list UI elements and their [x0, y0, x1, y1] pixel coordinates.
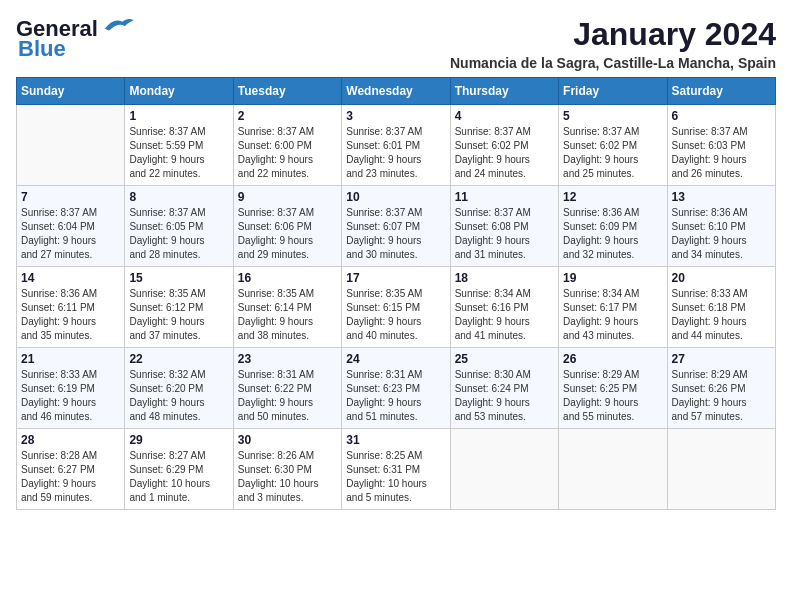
calendar-cell: 30Sunrise: 8:26 AM Sunset: 6:30 PM Dayli…	[233, 429, 341, 510]
calendar-cell: 31Sunrise: 8:25 AM Sunset: 6:31 PM Dayli…	[342, 429, 450, 510]
day-number: 23	[238, 352, 337, 366]
day-info: Sunrise: 8:37 AM Sunset: 6:02 PM Dayligh…	[563, 125, 662, 181]
day-number: 12	[563, 190, 662, 204]
weekday-header-friday: Friday	[559, 78, 667, 105]
day-number: 11	[455, 190, 554, 204]
day-number: 25	[455, 352, 554, 366]
day-info: Sunrise: 8:35 AM Sunset: 6:14 PM Dayligh…	[238, 287, 337, 343]
day-info: Sunrise: 8:29 AM Sunset: 6:25 PM Dayligh…	[563, 368, 662, 424]
day-number: 22	[129, 352, 228, 366]
calendar-cell: 9Sunrise: 8:37 AM Sunset: 6:06 PM Daylig…	[233, 186, 341, 267]
day-number: 16	[238, 271, 337, 285]
calendar-cell: 18Sunrise: 8:34 AM Sunset: 6:16 PM Dayli…	[450, 267, 558, 348]
calendar-cell: 16Sunrise: 8:35 AM Sunset: 6:14 PM Dayli…	[233, 267, 341, 348]
calendar-cell: 11Sunrise: 8:37 AM Sunset: 6:08 PM Dayli…	[450, 186, 558, 267]
weekday-header-saturday: Saturday	[667, 78, 775, 105]
calendar-cell	[559, 429, 667, 510]
calendar-cell: 25Sunrise: 8:30 AM Sunset: 6:24 PM Dayli…	[450, 348, 558, 429]
day-number: 3	[346, 109, 445, 123]
day-number: 30	[238, 433, 337, 447]
main-title: January 2024	[450, 16, 776, 53]
day-info: Sunrise: 8:34 AM Sunset: 6:17 PM Dayligh…	[563, 287, 662, 343]
calendar-cell: 13Sunrise: 8:36 AM Sunset: 6:10 PM Dayli…	[667, 186, 775, 267]
day-info: Sunrise: 8:27 AM Sunset: 6:29 PM Dayligh…	[129, 449, 228, 505]
day-number: 2	[238, 109, 337, 123]
day-info: Sunrise: 8:30 AM Sunset: 6:24 PM Dayligh…	[455, 368, 554, 424]
calendar-cell	[667, 429, 775, 510]
day-info: Sunrise: 8:37 AM Sunset: 6:02 PM Dayligh…	[455, 125, 554, 181]
calendar-cell: 3Sunrise: 8:37 AM Sunset: 6:01 PM Daylig…	[342, 105, 450, 186]
day-number: 20	[672, 271, 771, 285]
calendar-cell: 4Sunrise: 8:37 AM Sunset: 6:02 PM Daylig…	[450, 105, 558, 186]
day-number: 24	[346, 352, 445, 366]
day-info: Sunrise: 8:32 AM Sunset: 6:20 PM Dayligh…	[129, 368, 228, 424]
day-number: 21	[21, 352, 120, 366]
day-number: 5	[563, 109, 662, 123]
day-number: 4	[455, 109, 554, 123]
day-info: Sunrise: 8:37 AM Sunset: 6:05 PM Dayligh…	[129, 206, 228, 262]
day-info: Sunrise: 8:37 AM Sunset: 6:08 PM Dayligh…	[455, 206, 554, 262]
day-number: 26	[563, 352, 662, 366]
day-info: Sunrise: 8:28 AM Sunset: 6:27 PM Dayligh…	[21, 449, 120, 505]
day-number: 31	[346, 433, 445, 447]
day-info: Sunrise: 8:37 AM Sunset: 6:01 PM Dayligh…	[346, 125, 445, 181]
weekday-header-tuesday: Tuesday	[233, 78, 341, 105]
day-info: Sunrise: 8:33 AM Sunset: 6:19 PM Dayligh…	[21, 368, 120, 424]
day-number: 29	[129, 433, 228, 447]
day-number: 18	[455, 271, 554, 285]
calendar-cell: 19Sunrise: 8:34 AM Sunset: 6:17 PM Dayli…	[559, 267, 667, 348]
weekday-header-thursday: Thursday	[450, 78, 558, 105]
calendar-table: SundayMondayTuesdayWednesdayThursdayFrid…	[16, 77, 776, 510]
day-info: Sunrise: 8:25 AM Sunset: 6:31 PM Dayligh…	[346, 449, 445, 505]
weekday-header-wednesday: Wednesday	[342, 78, 450, 105]
calendar-cell	[17, 105, 125, 186]
calendar-week-5: 28Sunrise: 8:28 AM Sunset: 6:27 PM Dayli…	[17, 429, 776, 510]
day-number: 13	[672, 190, 771, 204]
weekday-header-sunday: Sunday	[17, 78, 125, 105]
day-info: Sunrise: 8:37 AM Sunset: 6:03 PM Dayligh…	[672, 125, 771, 181]
calendar-cell: 5Sunrise: 8:37 AM Sunset: 6:02 PM Daylig…	[559, 105, 667, 186]
calendar-cell: 7Sunrise: 8:37 AM Sunset: 6:04 PM Daylig…	[17, 186, 125, 267]
logo: General Blue	[16, 16, 136, 62]
calendar-cell: 12Sunrise: 8:36 AM Sunset: 6:09 PM Dayli…	[559, 186, 667, 267]
day-number: 1	[129, 109, 228, 123]
calendar-cell: 8Sunrise: 8:37 AM Sunset: 6:05 PM Daylig…	[125, 186, 233, 267]
day-info: Sunrise: 8:37 AM Sunset: 6:06 PM Dayligh…	[238, 206, 337, 262]
day-number: 7	[21, 190, 120, 204]
calendar-cell: 6Sunrise: 8:37 AM Sunset: 6:03 PM Daylig…	[667, 105, 775, 186]
calendar-cell: 29Sunrise: 8:27 AM Sunset: 6:29 PM Dayli…	[125, 429, 233, 510]
day-number: 15	[129, 271, 228, 285]
day-info: Sunrise: 8:31 AM Sunset: 6:23 PM Dayligh…	[346, 368, 445, 424]
title-section: January 2024 Numancia de la Sagra, Casti…	[450, 16, 776, 71]
day-number: 6	[672, 109, 771, 123]
day-info: Sunrise: 8:37 AM Sunset: 6:07 PM Dayligh…	[346, 206, 445, 262]
day-info: Sunrise: 8:33 AM Sunset: 6:18 PM Dayligh…	[672, 287, 771, 343]
calendar-cell: 24Sunrise: 8:31 AM Sunset: 6:23 PM Dayli…	[342, 348, 450, 429]
calendar-cell: 1Sunrise: 8:37 AM Sunset: 5:59 PM Daylig…	[125, 105, 233, 186]
calendar-cell	[450, 429, 558, 510]
day-info: Sunrise: 8:36 AM Sunset: 6:11 PM Dayligh…	[21, 287, 120, 343]
day-number: 19	[563, 271, 662, 285]
weekday-header-monday: Monday	[125, 78, 233, 105]
calendar-week-4: 21Sunrise: 8:33 AM Sunset: 6:19 PM Dayli…	[17, 348, 776, 429]
calendar-week-3: 14Sunrise: 8:36 AM Sunset: 6:11 PM Dayli…	[17, 267, 776, 348]
calendar-cell: 2Sunrise: 8:37 AM Sunset: 6:00 PM Daylig…	[233, 105, 341, 186]
day-number: 9	[238, 190, 337, 204]
day-number: 28	[21, 433, 120, 447]
calendar-cell: 23Sunrise: 8:31 AM Sunset: 6:22 PM Dayli…	[233, 348, 341, 429]
calendar-cell: 20Sunrise: 8:33 AM Sunset: 6:18 PM Dayli…	[667, 267, 775, 348]
day-number: 27	[672, 352, 771, 366]
calendar-week-1: 1Sunrise: 8:37 AM Sunset: 5:59 PM Daylig…	[17, 105, 776, 186]
calendar-cell: 15Sunrise: 8:35 AM Sunset: 6:12 PM Dayli…	[125, 267, 233, 348]
calendar-week-2: 7Sunrise: 8:37 AM Sunset: 6:04 PM Daylig…	[17, 186, 776, 267]
day-number: 14	[21, 271, 120, 285]
calendar-cell: 28Sunrise: 8:28 AM Sunset: 6:27 PM Dayli…	[17, 429, 125, 510]
day-info: Sunrise: 8:26 AM Sunset: 6:30 PM Dayligh…	[238, 449, 337, 505]
day-info: Sunrise: 8:35 AM Sunset: 6:12 PM Dayligh…	[129, 287, 228, 343]
day-number: 8	[129, 190, 228, 204]
calendar-cell: 26Sunrise: 8:29 AM Sunset: 6:25 PM Dayli…	[559, 348, 667, 429]
calendar-cell: 27Sunrise: 8:29 AM Sunset: 6:26 PM Dayli…	[667, 348, 775, 429]
day-info: Sunrise: 8:36 AM Sunset: 6:10 PM Dayligh…	[672, 206, 771, 262]
page-header: General Blue January 2024 Numancia de la…	[16, 16, 776, 71]
day-info: Sunrise: 8:37 AM Sunset: 6:00 PM Dayligh…	[238, 125, 337, 181]
